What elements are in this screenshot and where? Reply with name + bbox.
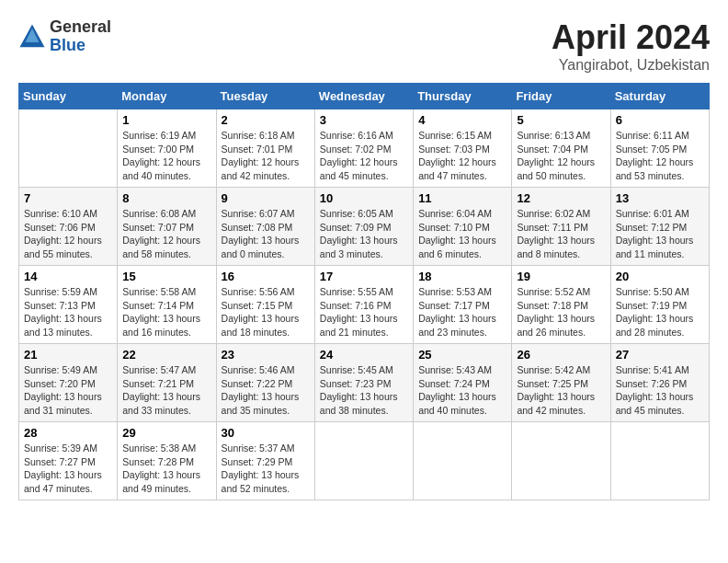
calendar-body: 1Sunrise: 6:19 AMSunset: 7:00 PMDaylight… <box>19 109 710 500</box>
cell-info: Sunrise: 6:15 AMSunset: 7:03 PMDaylight:… <box>418 129 506 183</box>
cell-info: Sunrise: 5:45 AMSunset: 7:23 PMDaylight:… <box>320 363 408 418</box>
cell-info: Sunrise: 5:53 AMSunset: 7:17 PMDaylight:… <box>418 285 506 339</box>
calendar-cell: 23Sunrise: 5:46 AMSunset: 7:22 PMDayligh… <box>216 344 314 422</box>
col-saturday: Saturday <box>610 84 709 109</box>
day-number: 23 <box>222 348 310 362</box>
cell-info: Sunrise: 6:10 AMSunset: 7:06 PMDaylight:… <box>24 207 112 261</box>
day-number: 25 <box>418 348 506 362</box>
calendar-week-row: 21Sunrise: 5:49 AMSunset: 7:20 PMDayligh… <box>19 344 710 422</box>
cell-info: Sunrise: 6:01 AMSunset: 7:12 PMDaylight:… <box>616 207 704 261</box>
calendar-cell: 20Sunrise: 5:50 AMSunset: 7:19 PMDayligh… <box>610 266 709 344</box>
cell-info: Sunrise: 5:55 AMSunset: 7:16 PMDaylight:… <box>320 285 408 339</box>
calendar-cell: 28Sunrise: 5:39 AMSunset: 7:27 PMDayligh… <box>19 422 118 500</box>
logo: General Blue <box>18 18 111 55</box>
calendar-cell: 8Sunrise: 6:08 AMSunset: 7:07 PMDaylight… <box>118 188 216 266</box>
calendar-cell <box>314 422 413 500</box>
cell-info: Sunrise: 5:38 AMSunset: 7:28 PMDaylight:… <box>122 442 210 496</box>
logo-blue: Blue <box>50 37 111 55</box>
col-wednesday: Wednesday <box>314 84 413 109</box>
day-number: 1 <box>122 113 210 127</box>
page-header: General Blue April 2024 Yangirabot, Uzbe… <box>18 18 710 74</box>
cell-info: Sunrise: 5:50 AMSunset: 7:19 PMDaylight:… <box>616 285 704 339</box>
cell-info: Sunrise: 6:07 AMSunset: 7:08 PMDaylight:… <box>222 207 310 261</box>
day-number: 30 <box>222 426 310 440</box>
calendar-cell: 6Sunrise: 6:11 AMSunset: 7:05 PMDaylight… <box>610 109 709 188</box>
location: Yangirabot, Uzbekistan <box>552 57 710 74</box>
cell-info: Sunrise: 5:46 AMSunset: 7:22 PMDaylight:… <box>222 363 310 418</box>
calendar-cell: 29Sunrise: 5:38 AMSunset: 7:28 PMDayligh… <box>118 422 216 500</box>
header-row: Sunday Monday Tuesday Wednesday Thursday… <box>19 84 710 109</box>
day-number: 8 <box>122 191 210 205</box>
calendar-cell: 12Sunrise: 6:02 AMSunset: 7:11 PMDayligh… <box>512 188 610 266</box>
calendar-cell: 5Sunrise: 6:13 AMSunset: 7:04 PMDaylight… <box>512 109 610 188</box>
cell-info: Sunrise: 5:58 AMSunset: 7:14 PMDaylight:… <box>122 285 210 339</box>
calendar-cell: 7Sunrise: 6:10 AMSunset: 7:06 PMDaylight… <box>19 188 118 266</box>
calendar-cell: 3Sunrise: 6:16 AMSunset: 7:02 PMDaylight… <box>314 109 413 188</box>
cell-info: Sunrise: 5:59 AMSunset: 7:13 PMDaylight:… <box>24 285 112 339</box>
calendar-cell: 4Sunrise: 6:15 AMSunset: 7:03 PMDaylight… <box>414 109 512 188</box>
day-number: 24 <box>320 348 408 362</box>
calendar-table: Sunday Monday Tuesday Wednesday Thursday… <box>18 83 710 500</box>
day-number: 14 <box>24 270 112 283</box>
calendar-cell: 13Sunrise: 6:01 AMSunset: 7:12 PMDayligh… <box>610 188 709 266</box>
calendar-cell: 10Sunrise: 6:05 AMSunset: 7:09 PMDayligh… <box>314 188 413 266</box>
calendar-week-row: 14Sunrise: 5:59 AMSunset: 7:13 PMDayligh… <box>19 266 710 344</box>
calendar-cell <box>512 422 610 500</box>
calendar-cell: 11Sunrise: 6:04 AMSunset: 7:10 PMDayligh… <box>414 188 512 266</box>
cell-info: Sunrise: 6:19 AMSunset: 7:00 PMDaylight:… <box>122 129 210 183</box>
cell-info: Sunrise: 6:02 AMSunset: 7:11 PMDaylight:… <box>517 207 605 261</box>
day-number: 16 <box>222 270 310 283</box>
calendar-cell <box>610 422 709 500</box>
cell-info: Sunrise: 5:39 AMSunset: 7:27 PMDaylight:… <box>24 442 112 496</box>
col-sunday: Sunday <box>19 84 118 109</box>
cell-info: Sunrise: 6:16 AMSunset: 7:02 PMDaylight:… <box>320 129 408 183</box>
cell-info: Sunrise: 5:43 AMSunset: 7:24 PMDaylight:… <box>418 363 506 418</box>
day-number: 7 <box>24 191 112 205</box>
day-number: 18 <box>418 270 506 283</box>
calendar-cell: 30Sunrise: 5:37 AMSunset: 7:29 PMDayligh… <box>216 422 314 500</box>
cell-info: Sunrise: 6:13 AMSunset: 7:04 PMDaylight:… <box>517 129 605 183</box>
calendar-cell: 14Sunrise: 5:59 AMSunset: 7:13 PMDayligh… <box>19 266 118 344</box>
cell-info: Sunrise: 6:18 AMSunset: 7:01 PMDaylight:… <box>222 129 310 183</box>
day-number: 28 <box>24 426 112 440</box>
calendar-cell: 18Sunrise: 5:53 AMSunset: 7:17 PMDayligh… <box>414 266 512 344</box>
cell-info: Sunrise: 5:47 AMSunset: 7:21 PMDaylight:… <box>122 363 210 418</box>
calendar-cell: 19Sunrise: 5:52 AMSunset: 7:18 PMDayligh… <box>512 266 610 344</box>
cell-info: Sunrise: 5:42 AMSunset: 7:25 PMDaylight:… <box>517 363 605 418</box>
calendar-cell: 1Sunrise: 6:19 AMSunset: 7:00 PMDaylight… <box>118 109 216 188</box>
day-number: 10 <box>320 191 408 205</box>
calendar-cell: 15Sunrise: 5:58 AMSunset: 7:14 PMDayligh… <box>118 266 216 344</box>
col-friday: Friday <box>512 84 610 109</box>
cell-info: Sunrise: 6:05 AMSunset: 7:09 PMDaylight:… <box>320 207 408 261</box>
day-number: 17 <box>320 270 408 283</box>
day-number: 19 <box>517 270 605 283</box>
day-number: 15 <box>122 270 210 283</box>
calendar-week-row: 7Sunrise: 6:10 AMSunset: 7:06 PMDaylight… <box>19 188 710 266</box>
cell-info: Sunrise: 6:11 AMSunset: 7:05 PMDaylight:… <box>616 129 704 183</box>
day-number: 6 <box>616 113 704 127</box>
day-number: 27 <box>616 348 704 362</box>
cell-info: Sunrise: 6:04 AMSunset: 7:10 PMDaylight:… <box>418 207 506 261</box>
day-number: 9 <box>222 191 310 205</box>
calendar-cell: 26Sunrise: 5:42 AMSunset: 7:25 PMDayligh… <box>512 344 610 422</box>
calendar-cell: 25Sunrise: 5:43 AMSunset: 7:24 PMDayligh… <box>414 344 512 422</box>
calendar-cell: 16Sunrise: 5:56 AMSunset: 7:15 PMDayligh… <box>216 266 314 344</box>
day-number: 26 <box>517 348 605 362</box>
day-number: 20 <box>616 270 704 283</box>
logo-text: General Blue <box>50 18 111 55</box>
calendar-week-row: 28Sunrise: 5:39 AMSunset: 7:27 PMDayligh… <box>19 422 710 500</box>
calendar-cell: 24Sunrise: 5:45 AMSunset: 7:23 PMDayligh… <box>314 344 413 422</box>
day-number: 21 <box>24 348 112 362</box>
cell-info: Sunrise: 5:56 AMSunset: 7:15 PMDaylight:… <box>222 285 310 339</box>
title-block: April 2024 Yangirabot, Uzbekistan <box>552 18 710 74</box>
day-number: 12 <box>517 191 605 205</box>
calendar-cell <box>19 109 118 188</box>
calendar-cell: 17Sunrise: 5:55 AMSunset: 7:16 PMDayligh… <box>314 266 413 344</box>
calendar-header: Sunday Monday Tuesday Wednesday Thursday… <box>19 84 710 109</box>
calendar-cell: 27Sunrise: 5:41 AMSunset: 7:26 PMDayligh… <box>610 344 709 422</box>
day-number: 3 <box>320 113 408 127</box>
cell-info: Sunrise: 5:49 AMSunset: 7:20 PMDaylight:… <box>24 363 112 418</box>
col-tuesday: Tuesday <box>216 84 314 109</box>
cell-info: Sunrise: 6:08 AMSunset: 7:07 PMDaylight:… <box>122 207 210 261</box>
day-number: 22 <box>122 348 210 362</box>
